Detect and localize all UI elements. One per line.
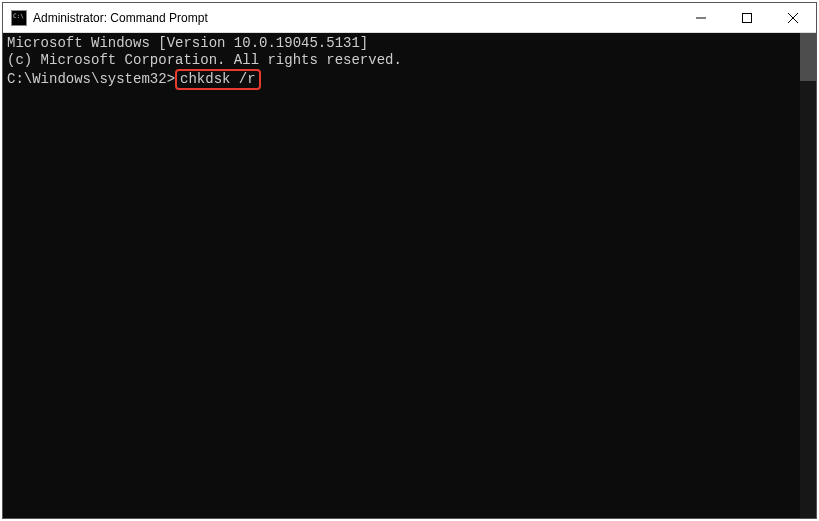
command-highlight: chkdsk /r — [175, 69, 261, 90]
cmd-icon — [11, 10, 27, 26]
command-text: chkdsk /r — [180, 71, 256, 87]
minimize-button[interactable] — [678, 3, 724, 32]
terminal-content[interactable]: Microsoft Windows [Version 10.0.19045.51… — [3, 33, 800, 518]
svg-rect-1 — [743, 13, 752, 22]
window-controls — [678, 3, 816, 32]
terminal-line: Microsoft Windows [Version 10.0.19045.51… — [7, 35, 796, 52]
terminal-prompt-line: C:\Windows\system32>chkdsk /r — [7, 69, 796, 90]
terminal-line: (c) Microsoft Corporation. All rights re… — [7, 52, 796, 69]
terminal-area[interactable]: Microsoft Windows [Version 10.0.19045.51… — [3, 33, 816, 518]
titlebar[interactable]: Administrator: Command Prompt — [3, 3, 816, 33]
window-title: Administrator: Command Prompt — [33, 11, 678, 25]
scrollbar-thumb[interactable] — [800, 33, 816, 81]
maximize-button[interactable] — [724, 3, 770, 32]
close-button[interactable] — [770, 3, 816, 32]
command-prompt-window: Administrator: Command Prompt Microsoft … — [2, 2, 817, 519]
prompt-text: C:\Windows\system32> — [7, 71, 175, 87]
vertical-scrollbar[interactable] — [800, 33, 816, 518]
